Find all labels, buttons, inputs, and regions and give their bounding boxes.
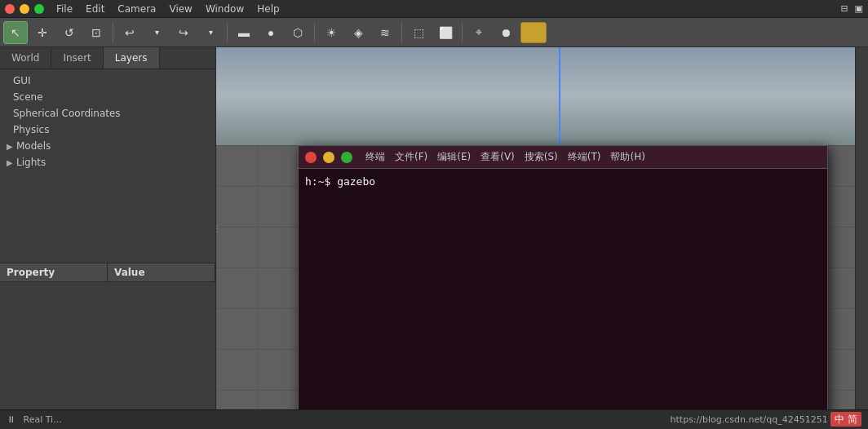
menu-view[interactable]: View <box>166 2 194 15</box>
model-button[interactable] <box>520 22 547 43</box>
menu-camera[interactable]: Camera <box>115 2 158 15</box>
property-col-value: Value <box>108 263 215 281</box>
menu-items: File Edit Camera View Window Help <box>54 2 282 15</box>
tab-insert[interactable]: Insert <box>51 47 103 69</box>
tree-arrow-models: ▶ <box>7 142 16 151</box>
terminal-prompt: h:~$ gazebo <box>305 175 375 188</box>
separator-2 <box>227 23 228 42</box>
separator-3 <box>314 23 315 42</box>
tree-item-lights[interactable]: ▶Lights <box>0 154 215 170</box>
separator-4 <box>401 23 402 42</box>
terminal-content[interactable]: h:~$ gazebo <box>299 169 827 409</box>
select-tool-button[interactable]: ↖ <box>3 21 28 44</box>
terminal-menu-edit[interactable]: 编辑(E) <box>437 150 471 164</box>
system-tray: ⊟ ▣ <box>840 3 863 14</box>
undo-more-button[interactable]: ▾ <box>144 21 169 44</box>
tray-icon2: ▣ <box>855 3 863 14</box>
property-panel: Property Value <box>0 263 215 409</box>
window-controls <box>5 4 44 14</box>
tree-item-gui[interactable]: GUI <box>0 73 215 89</box>
menu-edit[interactable]: Edit <box>83 2 107 15</box>
right-panel <box>855 47 868 409</box>
taskbar-icons: ⊟ ▣ <box>840 3 863 14</box>
terminal-menu-search[interactable]: 搜索(S) <box>525 150 558 164</box>
tab-bar: World Insert Layers <box>0 47 215 69</box>
undo-button[interactable]: ↩ <box>117 21 142 44</box>
copy-button[interactable]: ⬚ <box>406 21 431 44</box>
tab-layers[interactable]: Layers <box>104 47 160 69</box>
point-light-button[interactable]: ☀ <box>319 21 343 44</box>
terminal-window: 终端 文件(F) 编辑(E) 查看(V) 搜索(S) 终端(T) 帮助(H) h… <box>298 145 828 409</box>
rotate-tool-button[interactable]: ↺ <box>57 21 82 44</box>
terminal-menu-view[interactable]: 查看(V) <box>480 150 515 164</box>
menu-bar: File Edit Camera View Window Help ⊟ ▣ <box>0 0 868 18</box>
spot-light-button[interactable]: ◈ <box>346 21 370 44</box>
terminal-close-button[interactable] <box>305 152 317 163</box>
content-area: World Insert Layers GUI Scene Spherical … <box>0 47 868 409</box>
menu-file[interactable]: File <box>54 2 75 15</box>
tree-arrow-lights: ▶ <box>7 158 16 167</box>
directional-light-button[interactable]: ≋ <box>373 21 397 44</box>
status-right: https://blog.csdn.net/qq_42451251 中 简 <box>671 413 861 427</box>
tree-item-scene[interactable]: Scene <box>0 89 215 105</box>
panel-resize-handle[interactable]: ⋮ <box>216 224 221 233</box>
vertical-guide-line <box>559 47 560 145</box>
status-url: https://blog.csdn.net/qq_42451251 <box>671 414 828 425</box>
tab-world[interactable]: World <box>0 47 51 69</box>
world-tree: GUI Scene Spherical Coordinates Physics … <box>0 69 215 263</box>
separator-5 <box>462 23 463 42</box>
redo-more-button[interactable]: ▾ <box>198 21 223 44</box>
terminal-menu-help[interactable]: 帮助(H) <box>610 150 644 164</box>
tree-item-models[interactable]: ▶Models <box>0 138 215 154</box>
chinese-input-toggle[interactable]: 中 简 <box>830 412 861 427</box>
terminal-maximize-button[interactable] <box>341 152 352 163</box>
move-tool-button[interactable]: ✛ <box>30 21 55 44</box>
terminal-menu: 终端 文件(F) 编辑(E) 查看(V) 搜索(S) 终端(T) 帮助(H) <box>365 150 645 164</box>
maximize-button[interactable] <box>34 4 44 14</box>
scale-tool-button[interactable]: ⊡ <box>84 21 108 44</box>
tree-item-physics[interactable]: Physics <box>0 122 215 138</box>
sky-background <box>216 47 855 145</box>
close-button[interactable] <box>5 4 15 14</box>
minimize-button[interactable] <box>20 4 29 14</box>
terminal-menu-file[interactable]: 文件(F) <box>395 150 427 164</box>
terminal-menu-terminal[interactable]: 终端(T) <box>568 150 601 164</box>
property-header: Property Value <box>0 263 215 282</box>
terminal-title-bar: 终端 文件(F) 编辑(E) 查看(V) 搜索(S) 终端(T) 帮助(H) <box>299 146 827 169</box>
tree-item-spherical-coordinates[interactable]: Spherical Coordinates <box>0 105 215 122</box>
sphere-shape-button[interactable]: ● <box>259 21 283 44</box>
terminal-title-label: 终端 <box>365 150 385 164</box>
tray-icon1: ⊟ <box>840 3 848 14</box>
redo-button[interactable]: ↪ <box>171 21 196 44</box>
cylinder-shape-button[interactable]: ⬡ <box>286 21 310 44</box>
paste-button[interactable]: ⬜ <box>433 21 458 44</box>
property-col-property: Property <box>0 263 108 281</box>
status-left: ⏸ Real Ti... <box>7 414 62 425</box>
menu-window[interactable]: Window <box>203 2 246 15</box>
viewport[interactable]: 终端 文件(F) 编辑(E) 查看(V) 搜索(S) 终端(T) 帮助(H) h… <box>216 47 855 409</box>
separator-1 <box>113 23 113 42</box>
snap-button[interactable]: ⌖ <box>467 21 491 44</box>
terminal-minimize-button[interactable] <box>323 152 334 163</box>
box-shape-button[interactable]: ▬ <box>232 21 256 44</box>
play-button[interactable]: ⏸ <box>7 414 16 425</box>
status-bar: ⏸ Real Ti... https://blog.csdn.net/qq_42… <box>0 409 868 429</box>
left-panel: World Insert Layers GUI Scene Spherical … <box>0 47 216 409</box>
property-content <box>0 282 215 407</box>
menu-help[interactable]: Help <box>255 2 281 15</box>
main-toolbar: ↖ ✛ ↺ ⊡ ↩ ▾ ↪ ▾ ▬ ● ⬡ ☀ ◈ ≋ ⬚ ⬜ ⌖ ⏺ <box>0 18 868 47</box>
status-realtime-label: Real Ti... <box>24 414 62 425</box>
record-button[interactable]: ⏺ <box>494 21 518 44</box>
